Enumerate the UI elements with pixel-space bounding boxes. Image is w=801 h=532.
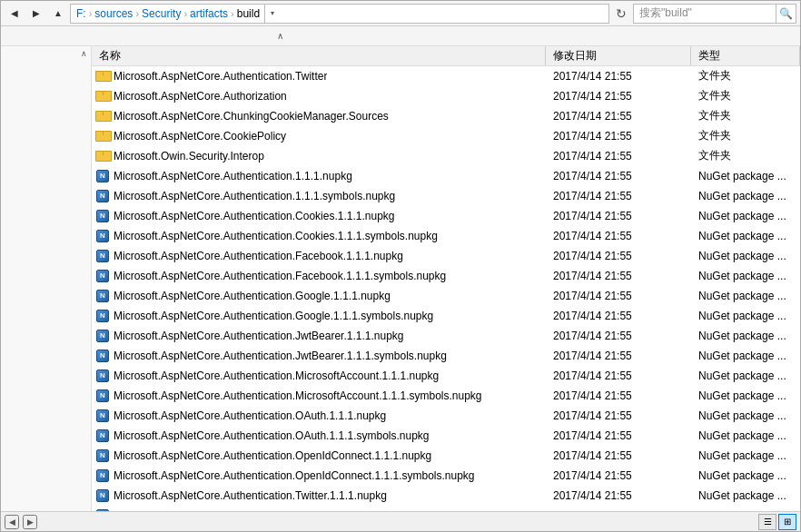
file-type-cell: NuGet package ... <box>691 270 800 282</box>
file-name-text: Microsoft.AspNetCore.ChunkingCookieManag… <box>114 110 389 123</box>
file-name-text: Microsoft.Owin.Security.Interop <box>114 150 264 163</box>
table-row[interactable]: Microsoft.AspNetCore.Authentication.Twit… <box>92 66 800 86</box>
file-type-cell: NuGet package ... <box>691 389 800 402</box>
breadcrumb-sources[interactable]: sources <box>94 7 133 20</box>
table-row[interactable]: Microsoft.AspNetCore.Authentication.JwtB… <box>92 326 800 346</box>
file-type-cell: NuGet package ... <box>691 210 800 222</box>
breadcrumb-artifacts[interactable]: artifacts <box>190 7 228 20</box>
file-name-cell: Microsoft.AspNetCore.Authentication.OAut… <box>92 429 546 442</box>
search-button[interactable]: 🔍 <box>776 4 796 24</box>
status-bar: ◀ ▶ ☰ ⊞ <box>1 511 800 531</box>
nuget-icon <box>96 489 109 502</box>
nuget-icon <box>96 250 109 262</box>
table-row[interactable]: Microsoft.AspNetCore.Authentication.Open… <box>92 446 800 466</box>
table-row[interactable]: Microsoft.AspNetCore.Authentication.Twit… <box>92 486 800 506</box>
file-type-cell: 文件夹 <box>691 88 800 103</box>
file-name-cell: Microsoft.AspNetCore.Authentication.Twit… <box>92 70 546 83</box>
table-row[interactable]: Microsoft.AspNetCore.CookiePolicy2017/4/… <box>92 126 800 146</box>
file-name-cell: Microsoft.AspNetCore.Authentication.Face… <box>92 250 546 262</box>
table-row[interactable]: Microsoft.AspNetCore.Authentication.Micr… <box>92 386 800 406</box>
file-name-cell: Microsoft.AspNetCore.Authentication.1.1.… <box>92 170 546 182</box>
table-row[interactable]: Microsoft.AspNetCore.Authentication.Face… <box>92 266 800 286</box>
status-scroll-left[interactable]: ◀ <box>5 515 19 529</box>
nuget-icon <box>96 170 109 182</box>
file-name-text: Microsoft.AspNetCore.Authentication.OAut… <box>114 429 430 442</box>
table-row[interactable]: Microsoft.AspNetCore.ChunkingCookieManag… <box>92 106 800 126</box>
nuget-icon <box>96 509 109 512</box>
file-type-cell: NuGet package ... <box>691 330 800 342</box>
file-type-cell: NuGet package ... <box>691 409 800 422</box>
breadcrumb-build: build <box>237 7 260 20</box>
table-row[interactable]: Microsoft.AspNetCore.Authentication.Cook… <box>92 226 800 246</box>
file-date-cell: 2017/4/14 21:55 <box>546 150 691 163</box>
table-row[interactable]: Microsoft.AspNetCore.Authentication.Open… <box>92 466 800 486</box>
header-type[interactable]: 类型 <box>691 46 800 65</box>
file-name-cell: Microsoft.Owin.Security.Interop <box>92 150 546 163</box>
table-row[interactable]: Microsoft.AspNetCore.Authentication.1.1.… <box>92 186 800 206</box>
file-type-cell: NuGet package ... <box>691 170 800 182</box>
back-button[interactable]: ◀ <box>5 4 25 24</box>
nuget-icon <box>96 469 109 482</box>
file-name-text: Microsoft.AspNetCore.Authentication.Micr… <box>114 369 439 382</box>
table-row[interactable]: Microsoft.AspNetCore.Authentication.Micr… <box>92 366 800 386</box>
file-name-cell: Microsoft.AspNetCore.Authentication.1.1.… <box>92 190 546 202</box>
file-type-cell: 文件夹 <box>691 68 800 84</box>
view-details-button[interactable]: ⊞ <box>778 514 796 530</box>
file-date-cell: 2017/4/14 21:55 <box>546 429 691 442</box>
file-date-cell: 2017/4/14 21:55 <box>546 369 691 382</box>
file-date-cell: 2017/4/14 21:55 <box>546 409 691 422</box>
up-button[interactable]: ▲ <box>48 4 68 24</box>
table-row[interactable]: Microsoft.AspNetCore.Authentication.Goog… <box>92 286 800 306</box>
nuget-icon <box>96 230 109 242</box>
file-header: 名称 修改日期 类型 <box>92 46 800 66</box>
file-name-text: Microsoft.AspNetCore.Authentication.Face… <box>114 250 403 262</box>
table-row[interactable]: Microsoft.AspNetCore.Authentication.Cook… <box>92 206 800 226</box>
folder-icon <box>95 111 110 122</box>
file-name-cell: Microsoft.AspNetCore.Authentication.Micr… <box>92 389 546 402</box>
file-type-cell: NuGet package ... <box>691 230 800 242</box>
status-left: ◀ ▶ <box>5 515 37 529</box>
file-name-text: Microsoft.AspNetCore.Authentication.Twit… <box>114 70 327 83</box>
sep4: › <box>231 8 234 19</box>
file-name-cell: Microsoft.AspNetCore.Authorization <box>92 90 546 103</box>
file-type-cell: NuGet package ... <box>691 190 800 202</box>
view-list-button[interactable]: ☰ <box>758 514 776 530</box>
table-row[interactable]: Microsoft.AspNetCore.Authentication.Goog… <box>92 306 800 326</box>
table-row[interactable]: Microsoft.AspNetCore.Authentication.OAut… <box>92 406 800 426</box>
file-name-cell: Microsoft.AspNetCore.Authentication.Goog… <box>92 290 546 302</box>
breadcrumb-dropdown[interactable]: ▾ <box>264 4 279 24</box>
nuget-icon <box>96 190 109 202</box>
table-row[interactable]: Microsoft.AspNetCore.Authorization2017/4… <box>92 86 800 106</box>
refresh-button[interactable]: ↻ <box>611 4 631 24</box>
sidebar-scroll-up[interactable]: ∧ <box>76 46 91 61</box>
header-modified[interactable]: 修改日期 <box>546 46 691 65</box>
sort-arrow[interactable]: ∧ <box>277 31 283 41</box>
table-row[interactable]: Microsoft.AspNetCore.Authentication.JwtB… <box>92 346 800 366</box>
sidebar: ∧ <box>1 46 92 511</box>
folder-icon <box>95 131 110 142</box>
table-row[interactable]: Microsoft.Owin.Security.Interop2017/4/14… <box>92 146 800 166</box>
nuget-icon <box>96 290 109 302</box>
folder-icon <box>95 91 110 102</box>
main-area: ∧ 名称 修改日期 类型 Microsoft.AspNetCore.Authen… <box>1 46 800 511</box>
file-name-cell: Microsoft.AspNetCore.Authentication.Goog… <box>92 310 546 322</box>
file-name-cell: Microsoft.AspNetCore.Authentication.Face… <box>92 270 546 282</box>
table-row[interactable]: Microsoft.AspNetCore.Authentication.OAut… <box>92 426 800 446</box>
file-type-cell: NuGet package ... <box>691 489 800 502</box>
breadcrumb-f[interactable]: F: <box>76 7 86 20</box>
file-name-cell: Microsoft.AspNetCore.Authentication.JwtB… <box>92 350 546 362</box>
file-type-cell: NuGet package ... <box>691 429 800 442</box>
header-name[interactable]: 名称 <box>92 46 546 65</box>
file-name-text: Microsoft.AspNetCore.Authentication.JwtB… <box>114 330 404 342</box>
status-scroll-right[interactable]: ▶ <box>23 515 37 529</box>
forward-button[interactable]: ▶ <box>26 4 46 24</box>
table-row[interactable]: Microsoft.AspNetCore.Authentication.1.1.… <box>92 166 800 186</box>
table-row[interactable]: Microsoft.AspNetCore.Authentication.Face… <box>92 246 800 266</box>
folder-icon <box>95 71 110 82</box>
file-list[interactable]: Microsoft.AspNetCore.Authentication.Twit… <box>92 66 800 511</box>
file-date-cell: 2017/4/14 21:55 <box>546 250 691 262</box>
file-name-text: Microsoft.AspNetCore.Authentication.Face… <box>114 270 446 282</box>
breadcrumb-security[interactable]: Security <box>142 7 181 20</box>
file-date-cell: 2017/4/14 21:55 <box>546 130 691 143</box>
file-name-cell: Microsoft.AspNetCore.Authentication.Open… <box>92 469 546 482</box>
